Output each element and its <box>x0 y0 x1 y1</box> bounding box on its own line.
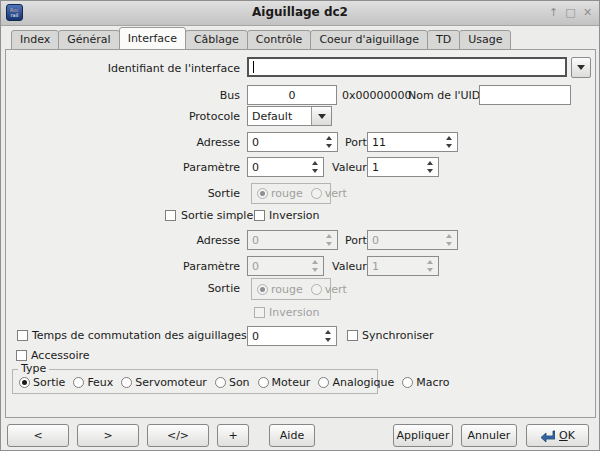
inversion2-checkbox <box>254 307 265 318</box>
spinner-down-icon <box>312 268 318 272</box>
ok-label-rest: K <box>568 429 575 442</box>
uid-hex-value: 0x00000000 <box>342 89 412 102</box>
address2-label: Adresse <box>196 234 240 247</box>
close-button[interactable]: ✕ <box>580 5 595 20</box>
maximize-icon: □ <box>565 6 575 19</box>
spinner-down-icon <box>326 242 332 246</box>
tab-coeur-aiguillage[interactable]: Coeur d'aiguillage <box>310 30 428 50</box>
tab-td[interactable]: TD <box>427 30 460 50</box>
cancel-button[interactable]: Annuler <box>461 424 517 447</box>
switch-time-spinner[interactable]: 0 <box>247 326 337 346</box>
synchronize-label: Synchroniser <box>362 329 434 342</box>
output2-label: Sortie <box>208 282 240 295</box>
type-macro-label: Macro <box>416 376 449 389</box>
single-output-label: Sortie simple <box>181 209 253 222</box>
param1-value: 0 <box>252 161 309 174</box>
protocol-combobox[interactable]: Default <box>247 106 332 126</box>
code-view-button[interactable]: </> <box>147 424 209 447</box>
single-output-checkbox[interactable] <box>165 210 176 221</box>
inversion1-label: Inversion <box>269 209 320 222</box>
tab-bar: Index Général Interface Câblage Contrôle… <box>11 27 510 50</box>
switch-time-value: 0 <box>252 330 322 343</box>
spinner-down-icon <box>427 268 433 272</box>
tab-index[interactable]: Index <box>11 30 59 50</box>
tab-interface[interactable]: Interface <box>119 27 186 50</box>
apply-button[interactable]: Appliquer <box>393 424 453 447</box>
spinner-down-icon[interactable] <box>312 169 318 173</box>
tab-general[interactable]: Général <box>58 30 119 50</box>
param1-label: Paramètre <box>183 161 240 174</box>
synchronize-checkbox[interactable] <box>347 330 358 341</box>
type-radio-feux[interactable]: Feux <box>73 376 113 389</box>
address1-value: 0 <box>252 136 323 149</box>
radio-icon <box>257 188 268 199</box>
tab-controle[interactable]: Contrôle <box>247 30 312 50</box>
close-icon: ✕ <box>583 6 592 19</box>
output2-group: rouge vert <box>251 278 331 300</box>
value1-spinner[interactable]: 1 <box>367 157 439 177</box>
type-radio-moteur[interactable]: Moteur <box>258 376 311 389</box>
spinner-down-icon[interactable] <box>325 338 331 342</box>
inversion1-checkbox[interactable] <box>254 210 265 221</box>
accessory-checkbox[interactable] <box>16 350 27 361</box>
window-title: Aiguillage dc2 <box>1 5 599 19</box>
radio-icon <box>257 284 268 295</box>
ok-return-icon <box>540 430 555 442</box>
ok-label-mnemonic: O <box>559 429 568 442</box>
help-button[interactable]: Aide <box>269 424 315 447</box>
tab-usage[interactable]: Usage <box>459 30 511 50</box>
add-button[interactable]: + <box>217 424 249 447</box>
protocol-value: Default <box>248 107 311 125</box>
type-radio-analogique[interactable]: Analogique <box>318 376 394 389</box>
type-radio-servomoteur[interactable]: Servomoteur <box>121 376 207 389</box>
value1-label: Valeur <box>332 161 367 174</box>
interface-id-input[interactable] <box>247 57 567 77</box>
output1-radio-vert[interactable]: vert <box>311 187 347 200</box>
port1-spinner[interactable]: 11 <box>367 132 458 152</box>
radio-icon <box>19 377 30 388</box>
type-radio-sortie[interactable]: Sortie <box>19 376 65 389</box>
output2-radio-rouge: rouge <box>257 283 303 296</box>
protocol-dropdown-button[interactable] <box>311 107 331 125</box>
type-group: Type Sortie Feux Servomoteur Son Moteur … <box>12 369 378 394</box>
maximize-button[interactable]: □ <box>563 5 578 20</box>
uid-name-label: Nom de l'UID <box>408 89 480 102</box>
radio-icon <box>73 377 84 388</box>
radio-icon <box>215 377 226 388</box>
spinner-down-icon <box>446 242 452 246</box>
type-radio-macro[interactable]: Macro <box>402 376 449 389</box>
param2-value: 0 <box>252 260 309 273</box>
output2-vert-label: vert <box>325 283 347 296</box>
spinner-up-icon <box>312 260 318 264</box>
param1-spinner[interactable]: 0 <box>247 157 324 177</box>
ok-button[interactable]: OK <box>526 424 589 447</box>
type-analogique-label: Analogique <box>332 376 394 389</box>
spinner-up-icon[interactable] <box>427 161 433 165</box>
output1-radio-rouge[interactable]: rouge <box>257 187 303 200</box>
bus-value: 0 <box>289 89 296 102</box>
titlebar: Roc rail Aiguillage dc2 ↑ □ ✕ <box>1 1 599 26</box>
type-feux-label: Feux <box>87 376 113 389</box>
type-radio-son[interactable]: Son <box>215 376 250 389</box>
type-sortie-label: Sortie <box>33 376 65 389</box>
switch-time-checkbox[interactable] <box>17 330 28 341</box>
spinner-down-icon[interactable] <box>326 144 332 148</box>
shade-button[interactable]: ↑ <box>546 5 561 20</box>
type-servomoteur-label: Servomoteur <box>135 376 207 389</box>
spinner-up-icon[interactable] <box>446 136 452 140</box>
spinner-down-icon[interactable] <box>446 144 452 148</box>
tab-cablage[interactable]: Câblage <box>185 30 248 50</box>
address1-spinner[interactable]: 0 <box>247 132 338 152</box>
spinner-up-icon[interactable] <box>325 330 331 334</box>
spinner-up-icon[interactable] <box>326 136 332 140</box>
interface-id-dropdown-button[interactable] <box>571 57 591 78</box>
prev-button[interactable]: < <box>7 424 69 447</box>
uid-name-input[interactable] <box>479 85 571 105</box>
bus-input[interactable]: 0 <box>247 85 337 105</box>
spinner-down-icon[interactable] <box>427 169 433 173</box>
spinner-up-icon[interactable] <box>312 161 318 165</box>
output2-radio-vert: vert <box>311 283 347 296</box>
chevron-down-icon <box>577 65 585 70</box>
radio-icon <box>318 377 329 388</box>
next-button[interactable]: > <box>77 424 139 447</box>
